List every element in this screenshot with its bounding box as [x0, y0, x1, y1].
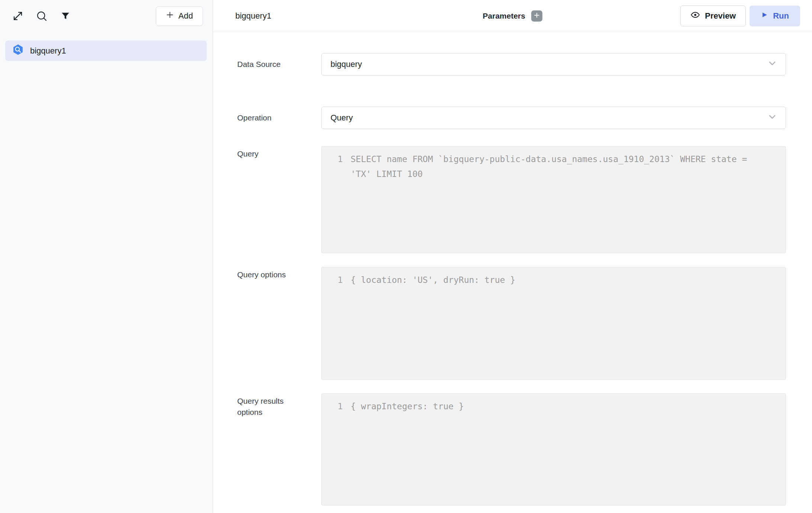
query-results-options-placeholder: { wrapIntegers: true } [351, 399, 786, 414]
collapse-sidebar-button[interactable] [10, 9, 25, 23]
app-window: Add bigquery1 bigquery1 Parameters [0, 0, 812, 513]
sidebar-toolbar: Add [0, 0, 213, 32]
data-source-select[interactable]: bigquery [321, 53, 786, 75]
collapse-icon [12, 10, 24, 22]
play-icon [761, 11, 768, 21]
search-icon [36, 10, 48, 22]
operation-value: Query [331, 113, 353, 123]
add-parameter-button[interactable] [531, 10, 542, 22]
filter-icon [60, 11, 71, 21]
bigquery-icon [12, 43, 24, 58]
query-label: Query [237, 146, 321, 253]
query-code-editor[interactable]: 1 SELECT name FROM `bigquery-public-data… [321, 146, 786, 253]
line-number: 1 [322, 399, 351, 414]
run-button-label: Run [773, 11, 789, 21]
parameters-group: Parameters [483, 10, 542, 22]
plus-icon [534, 12, 540, 20]
query-row: Query 1 SELECT name FROM `bigquery-publi… [213, 146, 812, 253]
query-results-options-label: Query results options [237, 393, 321, 506]
search-button[interactable] [34, 9, 49, 23]
query-sidebar: Add bigquery1 [0, 0, 213, 513]
query-results-options-row: Query results options 1 { wrapIntegers: … [213, 393, 812, 506]
page-title: bigquery1 [235, 11, 271, 21]
query-list: bigquery1 [0, 32, 213, 61]
operation-row: Operation Query [213, 107, 812, 129]
line-number: 1 [322, 272, 351, 287]
eye-icon [690, 10, 700, 22]
add-button-label: Add [178, 11, 193, 21]
query-options-code-editor[interactable]: 1 { location: 'US', dryRun: true } [321, 267, 786, 380]
preview-button[interactable]: Preview [680, 6, 746, 26]
query-options-label: Query options [237, 267, 321, 380]
chevron-down-icon [767, 58, 777, 71]
chevron-down-icon [767, 112, 777, 124]
run-button[interactable]: Run [750, 6, 800, 26]
query-results-options-code-editor[interactable]: 1 { wrapIntegers: true } [321, 393, 786, 506]
parameters-label: Parameters [483, 12, 525, 20]
line-number: 1 [322, 152, 351, 167]
query-placeholder: SELECT name FROM `bigquery-public-data.u… [351, 152, 786, 181]
operation-select[interactable]: Query [321, 107, 786, 129]
data-source-value: bigquery [331, 59, 362, 69]
list-item-bigquery1[interactable]: bigquery1 [5, 41, 207, 61]
query-form: Data Source bigquery Operation [213, 32, 812, 513]
list-item-label: bigquery1 [30, 46, 66, 56]
filter-button[interactable] [58, 9, 73, 23]
add-query-button[interactable]: Add [156, 6, 203, 26]
header-actions: Preview Run [680, 6, 800, 26]
preview-button-label: Preview [705, 11, 736, 21]
data-source-row: Data Source bigquery [213, 53, 812, 75]
plus-icon [166, 11, 174, 21]
query-options-placeholder: { location: 'US', dryRun: true } [351, 272, 786, 287]
query-editor-panel: bigquery1 Parameters [213, 0, 812, 513]
data-source-label: Data Source [237, 60, 321, 69]
query-options-row: Query options 1 { location: 'US', dryRun… [213, 267, 812, 380]
query-editor-header: bigquery1 Parameters [213, 0, 812, 32]
operation-label: Operation [237, 113, 321, 122]
